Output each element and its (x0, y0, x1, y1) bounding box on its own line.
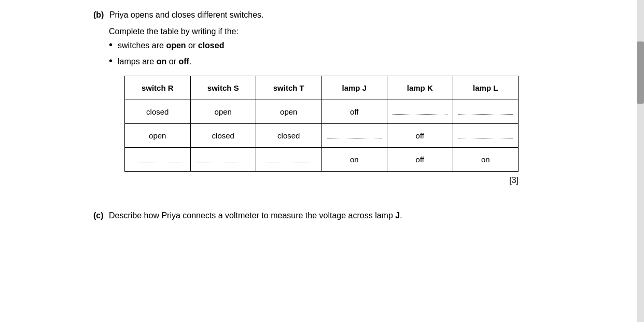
table-row-1: closed open open off (125, 100, 519, 124)
row3-switch-t (256, 148, 322, 172)
row2-lamp-j (321, 124, 387, 148)
section-c-label: (c) (93, 211, 104, 220)
dotted-line-r2j (327, 138, 382, 138)
bullet-dot-1: • (109, 39, 113, 50)
col-header-switch-s: switch S (190, 76, 256, 100)
row1-switch-s: open (190, 100, 256, 124)
instruction-text: Complete the table by writing if the: (109, 27, 551, 36)
dotted-line-r3t (261, 162, 316, 162)
bullet-switches-text: switches are open or closed (118, 41, 224, 50)
row2-switch-r: open (125, 124, 191, 148)
bullet-item-switches: • switches are open or closed (109, 39, 551, 50)
instruction-block: Complete the table by writing if the: • … (109, 27, 551, 185)
section-b: (b) Priya opens and closes different swi… (93, 10, 551, 185)
section-c-text: Describe how Priya connects a voltmeter … (109, 211, 402, 220)
col-header-switch-t: switch T (256, 76, 322, 100)
row3-lamp-k: off (387, 148, 453, 172)
dotted-line-r1k (393, 114, 447, 115)
scrollbar[interactable] (637, 0, 644, 322)
row2-switch-t: closed (256, 124, 322, 148)
section-b-label: (b) (93, 10, 104, 19)
col-header-switch-r: switch R (125, 76, 191, 100)
section-c: (c) Describe how Priya connects a voltme… (93, 211, 551, 220)
bullet-dot-2: • (109, 55, 113, 66)
row2-switch-s: closed (190, 124, 256, 148)
col-header-lamp-j: lamp J (321, 76, 387, 100)
section-b-header: (b) Priya opens and closes different swi… (93, 10, 551, 20)
bullet-item-lamps: • lamps are on or off. (109, 55, 551, 66)
marks-container: [3] (124, 176, 519, 185)
row1-lamp-j: off (321, 100, 387, 124)
table-row-3: on off on (125, 148, 519, 172)
col-header-lamp-l: lamp L (453, 76, 519, 100)
switches-lamps-table: switch R switch S switch T lamp J lamp K… (124, 76, 519, 172)
dotted-line-r1l (458, 114, 513, 115)
row2-lamp-l (453, 124, 519, 148)
row1-lamp-k (387, 100, 453, 124)
col-header-lamp-k: lamp K (387, 76, 453, 100)
bullet-lamps-text: lamps are on or off. (118, 57, 191, 66)
row1-switch-r: closed (125, 100, 191, 124)
scrollbar-thumb[interactable] (637, 41, 644, 104)
dotted-line-r3r (130, 162, 185, 162)
dotted-line-r3s (196, 162, 251, 162)
table-row-2: open closed closed off (125, 124, 519, 148)
bullet-list: • switches are open or closed • lamps ar… (109, 39, 551, 66)
row3-lamp-l: on (453, 148, 519, 172)
dotted-line-r2l (458, 138, 513, 138)
table-header-row: switch R switch S switch T lamp J lamp K… (125, 76, 519, 100)
row3-switch-s (190, 148, 256, 172)
row1-switch-t: open (256, 100, 322, 124)
row1-lamp-l (453, 100, 519, 124)
row3-lamp-j: on (321, 148, 387, 172)
row3-switch-r (125, 148, 191, 172)
row2-lamp-k: off (387, 124, 453, 148)
table-container: switch R switch S switch T lamp J lamp K… (124, 76, 551, 172)
marks-label: [3] (509, 176, 519, 185)
section-b-intro: Priya opens and closes different switche… (109, 10, 264, 19)
